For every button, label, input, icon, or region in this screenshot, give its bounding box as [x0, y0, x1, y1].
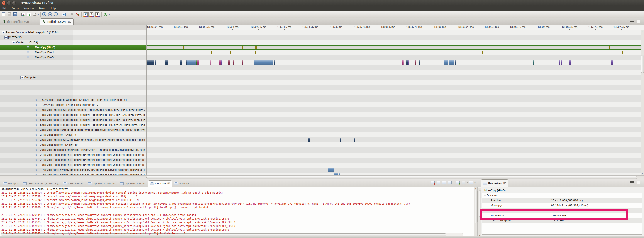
show-stderr-icon[interactable]	[447, 180, 452, 185]
editor-maximize-icon[interactable]	[636, 20, 640, 23]
expander-icon[interactable]: −	[12, 41, 16, 44]
properties-scrollbar[interactable]: ▲ ▼	[478, 188, 481, 237]
timeline-tree-row[interactable]: −[0] TITAN V	[0, 35, 146, 40]
timeline-bar[interactable]	[148, 60, 148, 65]
timeline-bar[interactable]	[271, 60, 273, 65]
timeline-tree-row[interactable]: −Compute	[0, 75, 146, 80]
timeline-bar[interactable]	[309, 138, 310, 142]
clear-console-icon[interactable]: ×	[430, 180, 435, 185]
zoom-fit-icon[interactable]: ±	[53, 12, 58, 17]
zoom-in-icon[interactable]: +	[42, 12, 47, 17]
timeline-bar[interactable]	[274, 60, 275, 65]
filter-icon[interactable]	[35, 169, 38, 171]
tab-gpu-details-summary-[interactable]: GPU Details (Summary)	[21, 181, 61, 187]
timeline-bar[interactable]	[404, 60, 404, 65]
editor-tab-profileing-nvvp[interactable]: profileing.nvvp⌧	[40, 18, 74, 25]
timeline-bar[interactable]	[240, 60, 242, 65]
timeline-bar[interactable]	[228, 60, 228, 65]
zoom-out-icon[interactable]: −	[48, 12, 53, 17]
timeline-bar[interactable]	[224, 60, 225, 65]
timeline-bar[interactable]	[183, 60, 184, 65]
tab-analysis[interactable]: Analysis	[1, 181, 21, 187]
marker-icon[interactable]	[75, 12, 80, 17]
timeline-bar[interactable]	[283, 60, 284, 65]
filter-icon[interactable]	[35, 104, 38, 106]
kernel-row[interactable]: 2.1% void Eigen::internal::EigenMetaKern…	[0, 158, 146, 163]
timeline-bar[interactable]	[150, 60, 150, 65]
filter-icon[interactable]	[35, 109, 38, 111]
timeline-bar[interactable]	[186, 60, 187, 65]
timeline-bar[interactable]	[226, 60, 226, 65]
timeline-bar[interactable]	[402, 60, 403, 65]
timeline-bar[interactable]	[165, 60, 166, 65]
timeline-bar[interactable]	[330, 168, 334, 172]
kernel-row[interactable]: 3.5% void cudnn::winograd::generateWinog…	[0, 127, 146, 133]
kernel-row[interactable]: 6.6% void cudnn::detail::implicit_convol…	[0, 117, 146, 122]
filter-icon[interactable]	[35, 154, 38, 156]
expander-icon[interactable]: −	[4, 36, 8, 39]
timeline-bar[interactable]	[166, 60, 167, 65]
properties-row-duration[interactable]: Duration	[482, 193, 642, 198]
filter-icon[interactable]	[26, 51, 30, 54]
timeline-hscroll-thumb[interactable]	[146, 176, 637, 179]
dropdown-arrow-icon[interactable]: ▼	[466, 182, 468, 184]
kernel-row[interactable]: 3.1% volta_cgemm_32x64_tn	[0, 133, 146, 138]
timeline-tree-row[interactable]: MemCpy (DtoH)	[0, 50, 146, 55]
timeline-bar[interactable]	[280, 60, 281, 65]
show-stdout-icon[interactable]	[442, 180, 446, 185]
filter-icon[interactable]	[35, 149, 38, 151]
save-icon[interactable]	[7, 12, 12, 17]
timeline-tree-row-selected[interactable]: MemCpy (HtoD)	[0, 45, 146, 50]
timeline-bar[interactable]	[408, 60, 409, 65]
timeline-bar[interactable]	[452, 60, 454, 65]
timeline-bar[interactable]	[155, 60, 156, 65]
timeline-bar[interactable]	[455, 60, 456, 65]
zoom-region-icon[interactable]	[32, 12, 37, 17]
timeline-bar[interactable]	[151, 60, 151, 65]
export-image-icon[interactable]	[26, 12, 31, 17]
timeline-bar[interactable]	[220, 60, 221, 65]
editor-tab-tfod-profile-nvvp[interactable]: tfod-profile.nvvp	[1, 18, 31, 25]
timeline-bar[interactable]	[308, 138, 309, 142]
scroll-lock-icon[interactable]	[436, 180, 441, 185]
filter-icon[interactable]	[35, 119, 38, 121]
expander-icon[interactable]: +	[2, 31, 5, 34]
open-console-icon[interactable]	[468, 180, 474, 185]
tab-settings[interactable]: Settings	[172, 181, 192, 187]
timeline-bar[interactable]	[187, 60, 196, 65]
call-tree-icon[interactable]	[103, 12, 108, 17]
timeline-bar[interactable]	[420, 60, 420, 65]
timeline-horizontal-scrollbar[interactable]	[0, 175, 644, 179]
timeline-bar[interactable]	[416, 60, 416, 65]
timeline-bar[interactable]	[242, 60, 243, 65]
timeline-bar[interactable]	[533, 60, 534, 65]
process-coloring-icon[interactable]: P	[95, 12, 100, 17]
timeline-vertical-scrollbar[interactable]: ▲▼	[640, 30, 644, 175]
kernel-row[interactable]: 2.9% volta_sgemm_128x64_nn	[0, 143, 146, 148]
tab-openmp-details[interactable]: OpenMP Details	[118, 181, 148, 187]
kernel-row[interactable]: 5.6% void cudnn::detail::explicit_convol…	[0, 122, 146, 127]
timeline-bar[interactable]	[210, 60, 211, 65]
timeline-bar[interactable]	[231, 60, 231, 65]
timeline-bar[interactable]	[235, 60, 235, 65]
timeline-bar[interactable]	[233, 60, 234, 65]
kernel-row[interactable]: 2.8% void im2col4d_kernel<float, int>(im…	[0, 148, 146, 153]
filter-icon[interactable]	[26, 56, 30, 59]
close-icon[interactable]: ⌧	[167, 182, 170, 185]
timeline-bar[interactable]	[147, 60, 147, 65]
timeline-bar[interactable]	[406, 60, 406, 65]
expander-icon[interactable]: −	[20, 76, 24, 79]
timeline-bar[interactable]	[449, 60, 452, 65]
filter-icon[interactable]	[35, 134, 38, 136]
filter-icon[interactable]	[35, 144, 38, 146]
kernel-row[interactable]: 11.7% volta_scudnn_128x64_relu_interior_…	[0, 102, 146, 107]
window-close-button[interactable]: ✕	[2, 1, 6, 5]
filter-icon[interactable]	[35, 129, 38, 131]
dropdown-arrow-icon[interactable]: ▼	[108, 13, 110, 15]
timeline-bar[interactable]	[559, 60, 560, 65]
timeline-bar[interactable]	[444, 60, 448, 65]
window-minimize-button[interactable]: −	[6, 1, 11, 5]
timeline-bar[interactable]	[227, 60, 227, 65]
properties-row-invocations[interactable]: Invocations78741	[482, 208, 642, 213]
kernel-row[interactable]: 16.0% volta_scudnn_winograd_128x128_ldg1…	[0, 97, 146, 102]
